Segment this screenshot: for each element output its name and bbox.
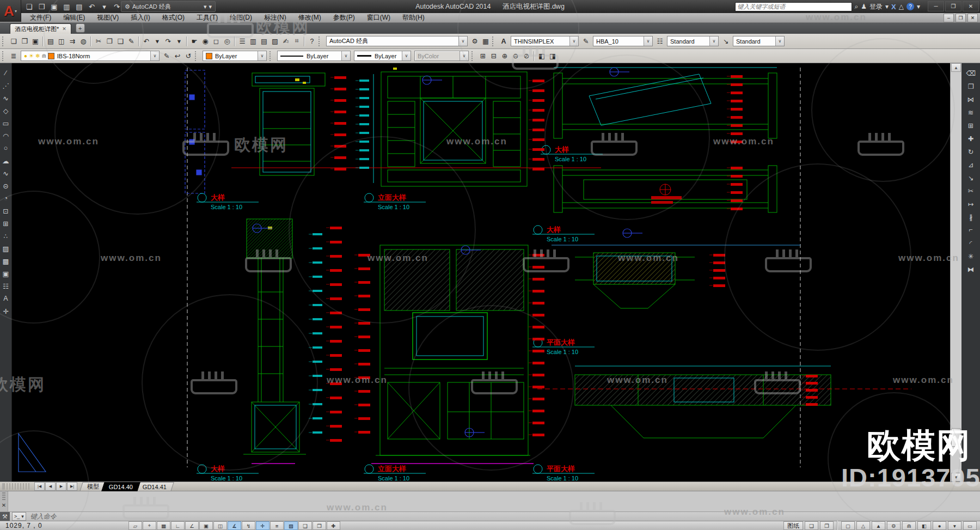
help-button[interactable]: ? xyxy=(307,36,317,47)
combo-arrow-icon[interactable]: ∨ xyxy=(458,36,467,46)
combo-arrow-icon[interactable]: ∨ xyxy=(150,51,159,60)
erase-tool[interactable]: ⌫ xyxy=(965,68,976,78)
cut-button[interactable]: ✂ xyxy=(93,36,104,47)
tab-next-button[interactable]: ▶ xyxy=(56,482,66,491)
combo-arrow-icon[interactable]: ∨ xyxy=(709,36,718,46)
dim-style-combo[interactable]: HBA_10 ∨ xyxy=(593,36,653,46)
qat-saveas-button[interactable]: ▥ xyxy=(62,2,72,11)
add-selected-tool[interactable]: ✛ xyxy=(1,306,11,316)
quickview-drawings-icon[interactable]: ❏ xyxy=(805,521,818,530)
toolbar-grip[interactable] xyxy=(2,36,6,46)
line-tool[interactable]: ∕ xyxy=(1,68,11,78)
scroll-down-button[interactable]: ▼ xyxy=(951,473,961,482)
group-delete-icon[interactable]: ◨ xyxy=(547,51,558,62)
designcenter-button[interactable]: ▥ xyxy=(248,36,259,47)
qat-undo-button[interactable]: ↶ xyxy=(87,2,97,11)
vertical-scrollbar[interactable]: ▲ ▼ xyxy=(950,63,961,482)
toolbar-grip[interactable] xyxy=(195,51,199,61)
combo-arrow-icon[interactable]: ∨ xyxy=(775,36,784,46)
redo-button[interactable]: ↷ xyxy=(163,36,174,47)
menu-item-3[interactable]: 插入(I) xyxy=(125,13,156,23)
plot-button[interactable]: ▤ xyxy=(45,36,56,47)
signin-dropdown-icon[interactable]: ▾ xyxy=(885,3,889,10)
properties-button[interactable]: ☰ xyxy=(237,36,248,47)
external-reference-icon[interactable]: ▢ xyxy=(841,521,855,530)
isolate-objects-icon[interactable]: ● xyxy=(933,521,946,530)
vertical-scroll-thumb[interactable] xyxy=(951,428,961,447)
transparency-display-toggle[interactable]: ▨ xyxy=(284,521,298,530)
table-tool[interactable]: ☷ xyxy=(1,281,11,291)
mleader-style-icon[interactable]: ↘ xyxy=(720,36,731,47)
scroll-up-button[interactable]: ▲ xyxy=(951,63,961,72)
layer-properties-manager-button[interactable]: ≣ xyxy=(8,51,19,62)
dim-style-brush-icon[interactable]: ✎ xyxy=(580,36,591,47)
quickcalc-button[interactable]: ⌗ xyxy=(291,36,302,47)
make-block-tool[interactable]: ⊞ xyxy=(1,218,11,229)
ellipse-tool[interactable]: ⊝ xyxy=(1,180,11,191)
help-dropdown-icon[interactable]: ▾ xyxy=(917,3,920,10)
doc-minimize-button[interactable]: ‒ xyxy=(944,14,954,22)
copy-tool[interactable]: ❐ xyxy=(965,81,976,92)
save-workspace-icon[interactable]: ▦ xyxy=(480,36,491,47)
close-button[interactable]: ✕ xyxy=(963,1,979,11)
insert-block-tool[interactable]: ⊡ xyxy=(1,205,11,216)
search-icon[interactable]: ⌕ xyxy=(855,3,859,10)
mleader-style-combo[interactable]: Standard ∨ xyxy=(733,36,785,46)
annotation-monitor-toggle[interactable]: ✚ xyxy=(327,521,340,530)
layer-freeze-icon[interactable]: ❄ xyxy=(35,53,40,59)
quick-properties-toggle[interactable]: ❑ xyxy=(298,521,312,530)
copy-clip-button[interactable]: ❐ xyxy=(104,36,115,47)
toolbar-grip[interactable] xyxy=(471,51,475,61)
ortho-mode-toggle[interactable]: ∟ xyxy=(171,521,185,530)
linetype-combo[interactable]: ByLayer ∨ xyxy=(277,51,351,61)
trim-tool[interactable]: ✂ xyxy=(965,185,976,196)
group-edit-icon[interactable]: ⊕ xyxy=(499,51,510,62)
dynamic-input-toggle[interactable]: ✛ xyxy=(256,521,270,530)
menu-item-6[interactable]: 绘图(D) xyxy=(224,13,258,23)
workspace-combo[interactable]: AutoCAD 经典 ∨ xyxy=(326,36,468,46)
menu-item-5[interactable]: 工具(T) xyxy=(191,13,224,23)
group-off-icon[interactable]: ⊘ xyxy=(521,51,532,62)
customize-wrench-icon[interactable]: ⚒ xyxy=(0,512,10,521)
gradient-tool[interactable]: ▩ xyxy=(1,255,11,266)
layer-unlock-icon[interactable]: ⋒ xyxy=(41,53,46,59)
workspace-settings-gear-icon[interactable]: ⚙ xyxy=(469,36,480,47)
tab-last-button[interactable]: ▶| xyxy=(67,482,77,491)
drawing-canvas[interactable]: 大样Scale 1 : 10立面大样Scale 1 : 10大样Scale 1 … xyxy=(12,63,950,482)
object-snap-toggle[interactable]: ▣ xyxy=(199,521,213,530)
infer-constraints-toggle[interactable]: ▱ xyxy=(128,521,142,530)
match-properties-button[interactable]: ✎ xyxy=(126,36,137,47)
qat-plot-button[interactable]: ▤ xyxy=(74,2,84,11)
circle-tool[interactable]: ○ xyxy=(1,143,11,154)
break-tool[interactable]: ∦ xyxy=(965,211,976,222)
hatch-tool[interactable]: ▨ xyxy=(1,243,11,254)
make-object-layer-current-button[interactable]: ✎ xyxy=(161,51,172,62)
join-tool[interactable]: ⧓ xyxy=(965,264,976,275)
qat-save-button[interactable]: ▣ xyxy=(49,2,59,11)
multiline-text-tool[interactable]: A xyxy=(1,293,11,304)
minimize-button[interactable]: ─ xyxy=(928,1,944,11)
ellipse-arc-tool[interactable]: ◔ xyxy=(1,193,11,204)
hardware-acceleration-icon[interactable]: ◧ xyxy=(917,521,931,530)
array-tool[interactable]: ⊞ xyxy=(965,120,976,131)
mirror-tool[interactable]: ⋈ xyxy=(965,94,976,105)
lineweight-display-toggle[interactable]: ≡ xyxy=(270,521,284,530)
paste-button[interactable]: ❑ xyxy=(115,36,126,47)
explode-tool[interactable]: ✳ xyxy=(965,251,976,261)
rectangle-tool[interactable]: ▭ xyxy=(1,118,11,129)
menu-item-2[interactable]: 视图(V) xyxy=(91,13,125,23)
tab-prev-button[interactable]: ◀ xyxy=(45,482,56,491)
search-input[interactable] xyxy=(735,2,852,11)
toolbar-grip[interactable] xyxy=(318,36,322,46)
lineweight-combo[interactable]: ByLayer ∨ xyxy=(354,51,411,61)
exchange-apps-icon[interactable]: X xyxy=(891,3,896,11)
clean-screen-button[interactable]: ▭ xyxy=(963,521,977,530)
sheet-set-manager-button[interactable]: ▧ xyxy=(270,36,280,47)
combo-arrow-icon[interactable]: ∨ xyxy=(402,51,411,60)
tab-first-button[interactable]: |◀ xyxy=(34,482,45,491)
move-tool[interactable]: ✚ xyxy=(965,133,976,144)
markup-set-manager-button[interactable]: ✍ xyxy=(280,36,291,47)
command-history-panel[interactable]: ✕ [全部(A)/中心(C)/动态(D)/范围(E)/上一个(P)/比例(S)/… xyxy=(0,491,980,511)
application-menu-button[interactable]: A ▾ xyxy=(0,0,21,22)
layer-thaw-sun-icon[interactable]: ☀ xyxy=(29,53,34,59)
